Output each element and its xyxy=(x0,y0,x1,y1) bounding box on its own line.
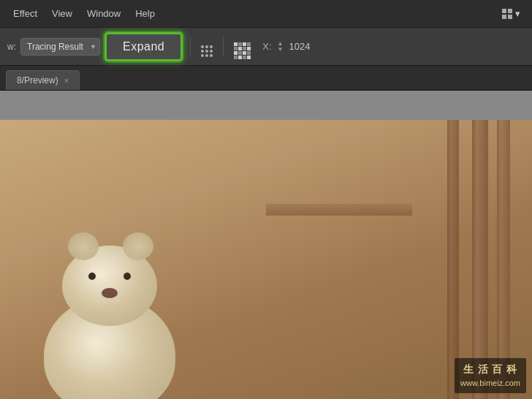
menu-bar: Effect View Window Help ▾ xyxy=(0,0,532,28)
wood-bar-1 xyxy=(472,120,488,399)
toolbar-divider-1 xyxy=(190,37,191,57)
workspace-grid-icon xyxy=(502,9,512,19)
canvas-strip xyxy=(0,91,532,120)
tracing-result-select[interactable]: Tracing Result xyxy=(20,38,100,56)
toolbar: w: Tracing Result Expand X: ▲ ▼ 1024 xyxy=(0,28,532,66)
watermark: 生 活 百 科 www.bimeiz.com xyxy=(455,358,526,393)
coordinate-arrows[interactable]: ▲ ▼ xyxy=(278,41,284,53)
tab-close-button[interactable]: × xyxy=(64,76,69,85)
workspace-arrow: ▾ xyxy=(515,8,520,19)
menu-effect[interactable]: Effect xyxy=(6,5,45,22)
tracing-result-wrapper: Tracing Result xyxy=(20,38,100,56)
view-label: w: xyxy=(7,42,16,52)
arrow-down[interactable]: ▼ xyxy=(278,47,284,53)
image-background: 生 活 百 科 www.bimeiz.com xyxy=(0,120,532,399)
menu-window[interactable]: Window xyxy=(80,5,128,22)
menu-help[interactable]: Help xyxy=(128,5,162,22)
expand-button[interactable]: Expand xyxy=(104,32,183,61)
tab-label: 8/Preview) xyxy=(17,75,58,86)
wood-horizontal xyxy=(266,204,412,216)
x-coordinate-label: X: xyxy=(262,41,271,52)
watermark-url: www.bimeiz.com xyxy=(460,377,520,390)
bear-body xyxy=(44,297,175,399)
watermark-chinese: 生 活 百 科 xyxy=(460,361,520,377)
toolbar-divider-2 xyxy=(223,37,224,57)
tab-bar: 8/Preview) × xyxy=(0,66,532,91)
workspace-switcher[interactable]: ▾ xyxy=(496,5,526,22)
preview-tab[interactable]: 8/Preview) × xyxy=(6,70,80,90)
bear-head xyxy=(62,246,157,326)
blocks-icon[interactable] xyxy=(231,33,254,61)
teddy-bear xyxy=(44,297,175,399)
wood-bar-3 xyxy=(447,120,459,399)
menu-view[interactable]: View xyxy=(45,5,80,22)
image-area: 生 活 百 科 www.bimeiz.com xyxy=(0,120,532,399)
head-fur-overlay xyxy=(62,246,157,326)
wood-bar-2 xyxy=(497,120,510,399)
view-options-icon[interactable] xyxy=(198,35,216,58)
x-coordinate-value: 1024 xyxy=(289,41,310,52)
